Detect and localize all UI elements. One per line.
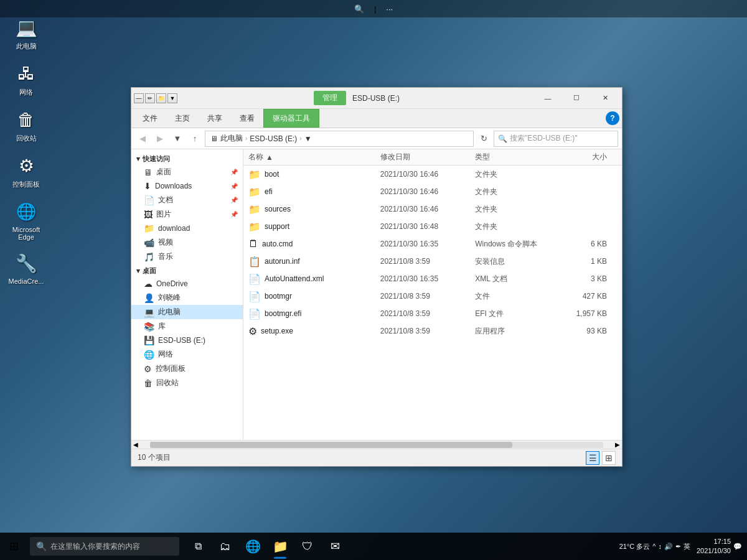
taskbar-task-view[interactable]: ⧉ xyxy=(184,533,212,560)
mail-taskbar-icon: ✉ xyxy=(331,539,340,553)
quick-access-dropdown[interactable]: ▼ xyxy=(167,93,177,103)
sidebar-quick-access-header[interactable]: ▾ 快速访问 xyxy=(131,152,243,165)
col-header-date[interactable]: 修改日期 xyxy=(380,152,475,162)
keyboard-icon[interactable]: 英 xyxy=(684,542,690,551)
start-button[interactable]: ⊞ xyxy=(0,533,27,560)
network-icon: 🖧 xyxy=(14,61,39,86)
sidebar-desktop-header[interactable]: ▾ 桌面 xyxy=(131,264,243,277)
zoom-icon[interactable]: 🔍 xyxy=(349,2,369,16)
up-button[interactable]: ↑ xyxy=(187,131,202,146)
scroll-left-btn[interactable]: ◀ xyxy=(131,441,140,448)
tab-home[interactable]: 主页 xyxy=(166,109,199,128)
quick-access-btn1[interactable]: ✏ xyxy=(145,93,155,103)
tab-file[interactable]: 文件 xyxy=(134,109,166,128)
table-row[interactable]: 📄bootmgr.efi 2021/10/8 3:59 EFI 文件 1,957… xyxy=(243,305,622,322)
sidebar-item-esd-usb[interactable]: 💾 ESD-USB (E:) xyxy=(131,334,243,347)
explorer-taskbar-icon: 📁 xyxy=(273,539,288,554)
sidebar-item-desktop-quick[interactable]: 🖥 桌面 📌 xyxy=(131,165,243,179)
desktop-icons-container: 💻 此电脑 🖧 网络 🗑 回收站 ⚙ 控制面板 🌐 Microsoft Edge… xyxy=(5,12,47,287)
table-row[interactable]: ⚙setup.exe 2021/10/8 3:59 应用程序 93 KB xyxy=(243,322,622,340)
refresh-button[interactable]: ↻ xyxy=(476,131,491,146)
desktop-icon-media-creator[interactable]: 🔧 MediaCre... xyxy=(5,248,47,287)
desktop-icon-edge[interactable]: 🌐 Microsoft Edge xyxy=(5,197,47,243)
table-row[interactable]: 🗒auto.cmd 2021/10/30 16:35 Windows 命令脚本 … xyxy=(243,235,622,253)
sidebar-item-library[interactable]: 📚 库 xyxy=(131,319,243,334)
back-button[interactable]: ◀ xyxy=(135,131,150,146)
desktop-icon-this-pc[interactable]: 💻 此电脑 xyxy=(5,12,47,54)
table-row[interactable]: 📄AutoUnattend.xml 2021/10/30 16:35 XML 文… xyxy=(243,270,622,287)
sidebar-item-recycle-bin[interactable]: 🗑 回收站 xyxy=(131,376,243,390)
pictures-sidebar-icon: 🖼 xyxy=(144,210,153,220)
network-expand-icon[interactable]: ^ xyxy=(652,543,655,550)
sidebar-item-network[interactable]: 🌐 网络 xyxy=(131,347,243,362)
xml-icon: 📄 xyxy=(248,273,261,285)
ribbon-tabs: 文件 主页 共享 查看 驱动器工具 ? xyxy=(131,109,622,128)
taskbar-search[interactable]: 🔍 在这里输入你要搜索的内容 xyxy=(30,537,179,556)
network-icon[interactable]: ↕ xyxy=(658,543,662,550)
top-toolbar: 🔍 | ··· xyxy=(0,0,747,17)
taskbar-clock[interactable]: 17:15 2021/10/30 xyxy=(697,537,731,556)
path-sep1: › xyxy=(245,135,247,142)
manage-tab[interactable]: 管理 xyxy=(314,91,346,105)
quick-access-btn2[interactable]: 📁 xyxy=(156,93,166,103)
taskbar-app-explorer[interactable]: 📁 xyxy=(266,533,294,560)
sidebar-item-downloads[interactable]: ⬇ Downloads 📌 xyxy=(131,179,243,193)
col-header-name[interactable]: 名称 ▲ xyxy=(248,152,380,162)
downloads-sidebar-icon: ⬇ xyxy=(144,181,151,191)
more-icon[interactable]: ··· xyxy=(381,2,398,16)
taskbar-app-switch[interactable]: 🗂 xyxy=(212,533,239,560)
desktop-icon-recycle[interactable]: 🗑 回收站 xyxy=(5,105,47,146)
nav-dropdown[interactable]: ▼ xyxy=(170,131,185,146)
minimize-button[interactable]: — xyxy=(533,88,562,109)
col-header-size[interactable]: 大小 xyxy=(554,152,617,162)
table-row[interactable]: 📁support 2021/10/30 16:48 文件夹 xyxy=(243,218,622,235)
taskbar-app-security[interactable]: 🛡 xyxy=(294,533,321,560)
search-box[interactable]: 🔍 搜索"ESD-USB (E:)" xyxy=(494,131,618,147)
file-list-header[interactable]: 名称 ▲ 修改日期 类型 大小 xyxy=(243,149,622,166)
sidebar-item-onedrive[interactable]: ☁ OneDrive xyxy=(131,277,243,291)
tab-drive-tools[interactable]: 驱动器工具 xyxy=(263,109,319,128)
table-row[interactable]: 📄bootmgr 2021/10/8 3:59 文件 427 KB xyxy=(243,287,622,305)
col-header-type[interactable]: 类型 xyxy=(475,152,554,162)
tab-share[interactable]: 共享 xyxy=(199,109,231,128)
task-view-icon: ⧉ xyxy=(195,541,202,552)
details-view-button[interactable]: ☰ xyxy=(586,451,599,465)
desktop-icon-control-panel[interactable]: ⚙ 控制面板 xyxy=(5,151,47,192)
sidebar-item-pictures[interactable]: 🖼 图片 📌 xyxy=(131,207,243,222)
sidebar-item-user[interactable]: 👤 刘晓峰 xyxy=(131,291,243,305)
this-pc-sidebar-icon: 💻 xyxy=(144,307,154,317)
sidebar-item-download-folder[interactable]: 📁 download xyxy=(131,222,243,235)
weather-info[interactable]: 21°C 多云 xyxy=(619,542,651,551)
table-row[interactable]: 📋autorun.inf 2021/10/8 3:59 安装信息 1 KB xyxy=(243,253,622,270)
notification-icon[interactable]: 💬 xyxy=(733,543,742,551)
system-menu-icon[interactable]: — xyxy=(134,93,144,103)
close-button[interactable]: ✕ xyxy=(591,88,619,109)
pen-icon[interactable]: ✒ xyxy=(675,543,681,551)
forward-button[interactable]: ▶ xyxy=(153,131,167,146)
scroll-right-btn[interactable]: ▶ xyxy=(613,441,622,448)
control-panel-sidebar-icon: ⚙ xyxy=(144,364,152,374)
table-row[interactable]: 📁boot 2021/10/30 16:46 文件夹 xyxy=(243,166,622,183)
maximize-button[interactable]: ☐ xyxy=(562,88,591,109)
path-dropdown[interactable]: ▼ xyxy=(304,134,312,143)
taskbar-app-mail[interactable]: ✉ xyxy=(321,533,349,560)
desktop-icon-network[interactable]: 🖧 网络 xyxy=(5,58,47,100)
horizontal-scrollbar[interactable]: ◀ ▶ xyxy=(131,440,622,449)
sidebar-item-video[interactable]: 📹 视频 xyxy=(131,235,243,250)
sidebar-item-control-panel-nav[interactable]: ⚙ 控制面板 xyxy=(131,362,243,376)
app-switch-icon: 🗂 xyxy=(220,540,231,553)
view-controls: ☰ ⊞ xyxy=(586,451,616,465)
sidebar-item-music[interactable]: 🎵 音乐 xyxy=(131,250,243,264)
volume-icon[interactable]: 🔊 xyxy=(664,543,673,551)
title-center: 管理 ESD-USB (E:) xyxy=(180,91,533,105)
address-path[interactable]: 🖥 此电脑 › ESD-USB (E:) › ▼ xyxy=(205,131,474,147)
sidebar-item-documents[interactable]: 📄 文档 📌 xyxy=(131,193,243,207)
table-row[interactable]: 📁sources 2021/10/30 16:46 文件夹 xyxy=(243,200,622,218)
scroll-thumb[interactable] xyxy=(150,442,512,448)
taskbar-app-edge[interactable]: 🌐 xyxy=(239,533,266,560)
large-icons-view-button[interactable]: ⊞ xyxy=(602,451,616,465)
help-button[interactable]: ? xyxy=(606,111,619,125)
table-row[interactable]: 📁efi 2021/10/30 16:46 文件夹 xyxy=(243,183,622,200)
sidebar-item-this-pc[interactable]: 💻 此电脑 xyxy=(131,305,243,319)
tab-view[interactable]: 查看 xyxy=(231,109,263,128)
